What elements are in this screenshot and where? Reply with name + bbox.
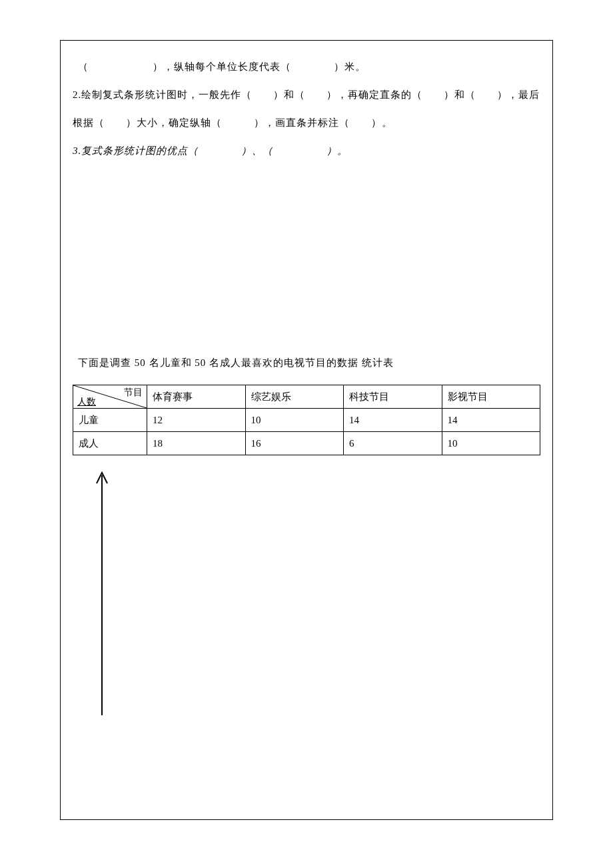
data-cell: 10 <box>245 409 344 432</box>
diag-top-label: 节目 <box>124 387 143 399</box>
header-cell: 综艺娱乐 <box>245 385 344 409</box>
header-cell: 体育赛事 <box>147 385 246 409</box>
data-cell: 14 <box>344 409 442 432</box>
data-cell: 18 <box>147 432 246 455</box>
question-3: 3.复式条形统计图的优点（ ）、（ ）。 <box>73 137 540 165</box>
question-2: 2.绘制复式条形统计图时，一般先作（ ）和（ ），再确定直条的（ ）和（ ），最… <box>73 81 540 137</box>
table-row: 儿童 12 10 14 14 <box>73 409 540 432</box>
table-row: 成人 18 16 6 10 <box>73 432 540 455</box>
blank-chart-axis <box>93 469 426 735</box>
table-caption: 下面是调查 50 名儿童和 50 名成人最喜欢的电视节目的数据 统计表 <box>73 349 540 377</box>
table-header-row: 节目 人数 体育赛事 综艺娱乐 科技节目 影视节目 <box>73 385 540 409</box>
diag-bottom-label: 人数 <box>77 396 96 408</box>
data-cell: 6 <box>344 432 442 455</box>
diagonal-header-cell: 节目 人数 <box>73 385 147 409</box>
data-cell: 12 <box>147 409 246 432</box>
content-frame: （ ），纵轴每个单位长度代表（ ）米。 2.绘制复式条形统计图时，一般先作（ ）… <box>60 40 553 820</box>
row-label: 儿童 <box>73 409 147 432</box>
data-table: 节目 人数 体育赛事 综艺娱乐 科技节目 影视节目 儿童 12 10 14 14… <box>73 385 540 455</box>
question-1-fragment: （ ），纵轴每个单位长度代表（ ）米。 <box>73 53 540 81</box>
y-axis-arrow-icon <box>93 469 133 722</box>
data-cell: 14 <box>442 409 540 432</box>
data-cell: 10 <box>442 432 540 455</box>
page: （ ），纵轴每个单位长度代表（ ）米。 2.绘制复式条形统计图时，一般先作（ ）… <box>0 0 613 868</box>
header-cell: 影视节目 <box>442 385 540 409</box>
header-cell: 科技节目 <box>344 385 442 409</box>
row-label: 成人 <box>73 432 147 455</box>
data-cell: 16 <box>245 432 344 455</box>
blank-space <box>73 165 540 345</box>
